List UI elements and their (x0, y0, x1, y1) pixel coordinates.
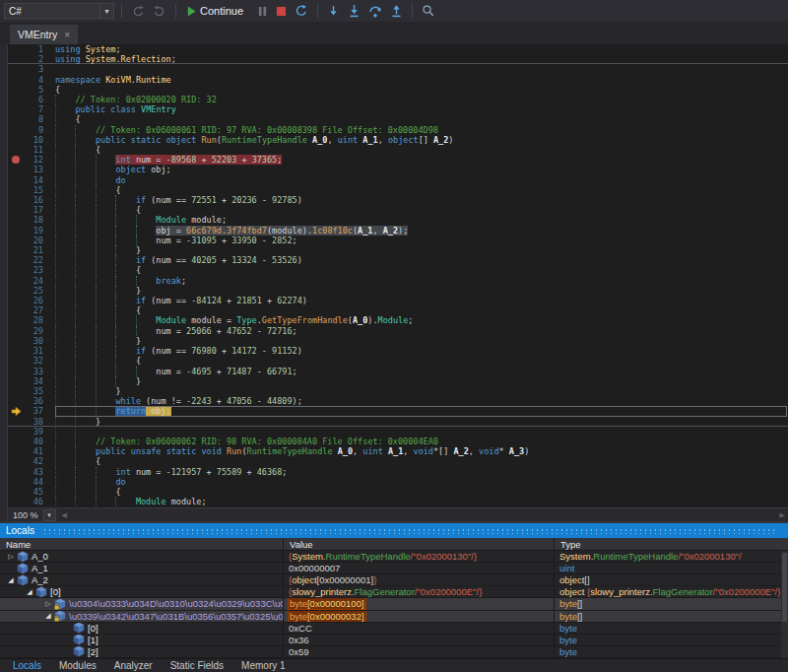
tab-locals[interactable]: Locals (4, 660, 50, 671)
locals-value-cell[interactable]: 0x36 (284, 635, 555, 645)
glyph-gutter[interactable] (8, 437, 26, 446)
glyph-gutter[interactable] (8, 114, 26, 124)
glyph-gutter[interactable] (8, 356, 26, 366)
glyph-gutter[interactable] (8, 346, 26, 356)
locals-row[interactable]: ▷A_0{System.RuntimeTypeHandle/"0x0200013… (0, 551, 788, 563)
scrollbar-thumb[interactable] (782, 553, 787, 622)
expander-icon[interactable]: ▷ (43, 600, 53, 608)
tab-modules[interactable]: Modules (50, 660, 105, 671)
code-editor[interactable]: 1using System;2using System.Reflection;3… (8, 44, 788, 507)
language-combobox[interactable]: C# ▼ (4, 3, 114, 19)
glyph-gutter[interactable] (8, 64, 26, 74)
close-icon[interactable]: × (64, 30, 70, 40)
tab-static-fields[interactable]: Static Fields (162, 660, 232, 671)
current-statement-gutter[interactable] (8, 406, 26, 416)
glyph-gutter[interactable] (8, 165, 26, 174)
glyph-gutter[interactable] (8, 305, 26, 315)
glyph-gutter[interactable] (8, 245, 26, 255)
glyph-gutter[interactable] (8, 85, 26, 95)
glyph-gutter[interactable] (8, 276, 26, 286)
glyph-gutter[interactable] (8, 185, 26, 195)
locals-row[interactable]: ◢\u0339\u0342\u0347\u031B\u0356\u0357\u0… (0, 611, 788, 623)
break-button[interactable] (255, 2, 270, 20)
locals-value-cell[interactable]: byte[0x00000032] (284, 611, 555, 622)
glyph-gutter[interactable] (8, 376, 26, 386)
expander-icon[interactable]: ◢ (6, 576, 16, 584)
locals-panel-titlebar[interactable]: Locals (0, 523, 788, 538)
locals-row[interactable]: ▷\u0304\u0333\u034D\u0310\u0324\u0329\u0… (0, 598, 788, 610)
locals-value-cell[interactable]: byte[0x00000100] (284, 598, 555, 609)
continue-button[interactable]: Continue (183, 2, 251, 20)
breakpoint-icon[interactable] (12, 156, 20, 164)
chevron-down-icon[interactable]: ▼ (99, 4, 113, 18)
glyph-gutter[interactable] (8, 467, 26, 477)
locals-value-cell[interactable]: {System.RuntimeTypeHandle/"0x02000130"/} (284, 551, 555, 562)
glyph-gutter[interactable] (8, 135, 26, 145)
glyph-gutter[interactable] (8, 215, 26, 225)
glyph-gutter[interactable] (8, 326, 26, 336)
locals-value-cell[interactable]: {object[0x00000001]} (284, 574, 555, 585)
glyph-gutter[interactable] (8, 175, 26, 185)
glyph-gutter[interactable] (8, 44, 26, 54)
locals-value-cell[interactable]: {slowy_printerz.FlagGenerator/"0x0200000… (284, 586, 555, 597)
glyph-gutter[interactable] (8, 265, 26, 275)
glyph-gutter[interactable] (8, 427, 26, 437)
locals-value-cell[interactable]: 0x59 (284, 646, 555, 657)
glyph-gutter[interactable] (8, 315, 26, 325)
glyph-gutter[interactable] (8, 456, 26, 466)
expander-icon[interactable]: ◢ (43, 612, 53, 620)
redo-button[interactable] (151, 2, 168, 20)
scroll-right-icon[interactable]: ▶ (780, 511, 785, 519)
glyph-gutter[interactable] (8, 497, 26, 506)
column-name[interactable]: Name (0, 538, 284, 550)
locals-row[interactable]: ◢A_2{object[0x00000001]}object[] (0, 574, 788, 586)
glyph-gutter[interactable] (8, 296, 26, 305)
tab-vmentry[interactable]: VMEntry × (10, 25, 78, 44)
tab-memory-1[interactable]: Memory 1 (232, 660, 294, 671)
glyph-gutter[interactable] (8, 104, 26, 114)
expander-icon[interactable]: ▷ (6, 553, 16, 561)
glyph-gutter[interactable] (8, 75, 26, 85)
breakpoint-gutter[interactable] (8, 155, 26, 165)
glyph-gutter[interactable] (8, 226, 26, 235)
restart-button[interactable] (293, 2, 310, 20)
tab-analyzer[interactable]: Analyzer (105, 660, 162, 671)
stop-button[interactable] (274, 2, 289, 20)
locals-row[interactable]: [2]0x59byte (0, 646, 788, 658)
glyph-gutter[interactable] (8, 235, 26, 245)
column-value[interactable]: Value (284, 538, 555, 550)
locals-value-cell[interactable]: 0xCC (284, 623, 555, 634)
glyph-gutter[interactable] (8, 286, 26, 296)
glyph-gutter[interactable] (8, 417, 26, 426)
locals-row[interactable]: [1]0x36byte (0, 635, 788, 646)
left-panel-splitter[interactable] (0, 44, 8, 521)
glyph-gutter[interactable] (8, 396, 26, 406)
locals-tree[interactable]: ▷A_0{System.RuntimeTypeHandle/"0x0200013… (0, 551, 788, 658)
show-next-statement-button[interactable] (325, 2, 342, 20)
glyph-gutter[interactable] (8, 125, 26, 135)
scroll-left-icon[interactable]: ◀ (62, 511, 67, 519)
undo-button[interactable] (129, 2, 147, 20)
glyph-gutter[interactable] (8, 336, 26, 346)
glyph-gutter[interactable] (8, 487, 26, 497)
step-into-button[interactable] (346, 2, 362, 20)
locals-value-cell[interactable]: 0x00000007 (284, 563, 555, 573)
horizontal-scrollbar[interactable]: ◀ ▶ (59, 508, 788, 521)
step-over-button[interactable] (366, 2, 384, 20)
glyph-gutter[interactable] (8, 95, 26, 104)
glyph-gutter[interactable] (8, 386, 26, 396)
glyph-gutter[interactable] (8, 195, 26, 205)
glyph-gutter[interactable] (8, 255, 26, 265)
locals-row[interactable]: A_10x00000007uint (0, 563, 788, 574)
expander-icon[interactable]: ◢ (25, 588, 34, 596)
search-button[interactable] (420, 2, 437, 20)
locals-row[interactable]: ◢[0]{slowy_printerz.FlagGenerator/"0x020… (0, 586, 788, 598)
vertical-scrollbar[interactable] (781, 551, 788, 658)
glyph-gutter[interactable] (8, 205, 26, 215)
glyph-gutter[interactable] (8, 145, 26, 155)
step-out-button[interactable] (388, 2, 405, 20)
glyph-gutter[interactable] (8, 477, 26, 487)
glyph-gutter[interactable] (8, 367, 26, 376)
glyph-gutter[interactable] (8, 446, 26, 456)
zoom-dropdown[interactable]: ▼ (43, 509, 56, 521)
